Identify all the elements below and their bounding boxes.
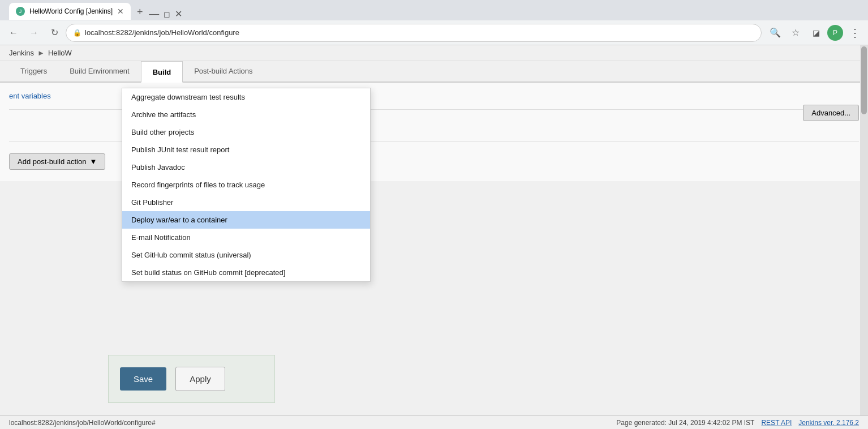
env-vars-link[interactable]: ent variables <box>9 92 51 100</box>
tab-post-build-actions[interactable]: Post-build Actions <box>183 61 264 83</box>
profile-avatar[interactable]: P <box>827 25 843 41</box>
save-button[interactable]: Save <box>120 367 166 391</box>
dropdown-item-email[interactable]: E-mail Notification <box>122 229 370 246</box>
chromecast-icon[interactable]: ◪ <box>807 24 825 42</box>
tab-build-environment[interactable]: Build Environment <box>58 61 141 83</box>
dropdown-item-build-other[interactable]: Build other projects <box>122 123 370 141</box>
nav-bar: ← → ↻ 🔒 localhost:8282/jenkins/job/Hello… <box>0 20 868 45</box>
dropdown-item-set-build-status[interactable]: Set build status on GitHub commit [depre… <box>122 264 370 281</box>
close-window-button[interactable]: ✕ <box>175 8 182 19</box>
dropdown-arrow-icon: ▼ <box>89 157 97 166</box>
breadcrumb-separator: ► <box>37 49 45 57</box>
nav-right-icons: 🔍 ☆ ◪ P ⋮ <box>766 24 863 42</box>
page-generated-text: Page generated: Jul 24, 2019 4:42:02 PM … <box>616 419 754 427</box>
back-button[interactable]: ← <box>5 24 23 42</box>
tab-build[interactable]: Build <box>141 61 183 83</box>
zoom-button[interactable]: 🔍 <box>766 24 784 42</box>
status-bar: localhost:8282/jenkins/job/HelloWorld/co… <box>0 415 868 429</box>
browser-tab-active[interactable]: J HelloWorld Config [Jenkins] ✕ <box>9 3 131 20</box>
minimize-button[interactable]: — <box>149 8 159 20</box>
jenkins-version-link[interactable]: Jenkins ver. 2.176.2 <box>798 419 859 427</box>
breadcrumb: Jenkins ► HelloW <box>0 45 868 61</box>
dropdown-item-aggregate[interactable]: Aggregate downstream test results <box>122 88 370 106</box>
tab-favicon: J <box>16 7 25 16</box>
scrollbar[interactable] <box>860 45 868 415</box>
apply-button[interactable]: Apply <box>175 367 225 391</box>
dropdown-item-git-publisher[interactable]: Git Publisher <box>122 194 370 211</box>
forward-button[interactable]: → <box>25 24 43 42</box>
address-bar[interactable]: 🔒 localhost:8282/jenkins/job/HelloWorld/… <box>66 24 762 42</box>
menu-button[interactable]: ⋮ <box>845 24 863 42</box>
advanced-button[interactable]: Advanced... <box>803 105 859 121</box>
breadcrumb-helloworld[interactable]: HelloW <box>48 49 72 57</box>
refresh-button[interactable]: ↻ <box>45 24 63 42</box>
bookmark-button[interactable]: ☆ <box>787 24 805 42</box>
dropdown-item-archive[interactable]: Archive the artifacts <box>122 106 370 123</box>
add-postbuild-button[interactable]: Add post-build action ▼ <box>9 153 105 170</box>
status-url: localhost:8282/jenkins/job/HelloWorld/co… <box>9 419 156 427</box>
tab-bar: J HelloWorld Config [Jenkins] ✕ + — ◻ ✕ <box>5 1 191 20</box>
config-tabs: Triggers Build Environment Build Post-bu… <box>0 61 868 83</box>
title-bar: J HelloWorld Config [Jenkins] ✕ + — ◻ ✕ <box>0 0 868 20</box>
tab-title: HelloWorld Config [Jenkins] <box>29 7 113 15</box>
rest-api-link[interactable]: REST API <box>761 419 792 427</box>
dropdown-item-publish-junit[interactable]: Publish JUnit test result report <box>122 141 370 158</box>
lock-icon: 🔒 <box>73 29 81 37</box>
restore-button[interactable]: ◻ <box>164 10 170 19</box>
dropdown-item-deploy-war[interactable]: Deploy war/ear to a container <box>122 211 370 229</box>
address-text: localhost:8282/jenkins/job/HelloWorld/co… <box>85 28 239 37</box>
page-content: Jenkins ► HelloW Triggers Build Environm… <box>0 45 868 429</box>
add-postbuild-label: Add post-build action <box>18 157 86 166</box>
tab-close-button[interactable]: ✕ <box>117 7 124 16</box>
scrollbar-thumb[interactable] <box>861 46 867 114</box>
new-tab-button[interactable]: + <box>132 4 148 20</box>
postbuild-dropdown-menu: Aggregate downstream test results Archiv… <box>122 88 371 282</box>
breadcrumb-jenkins[interactable]: Jenkins <box>9 49 34 57</box>
dropdown-item-set-github-status[interactable]: Set GitHub commit status (universal) <box>122 246 370 264</box>
tab-triggers[interactable]: Triggers <box>9 61 58 83</box>
action-bar: Save Apply <box>108 355 275 403</box>
dropdown-item-publish-javadoc[interactable]: Publish Javadoc <box>122 158 370 176</box>
dropdown-item-record-fingerprints[interactable]: Record fingerprints of files to track us… <box>122 176 370 194</box>
